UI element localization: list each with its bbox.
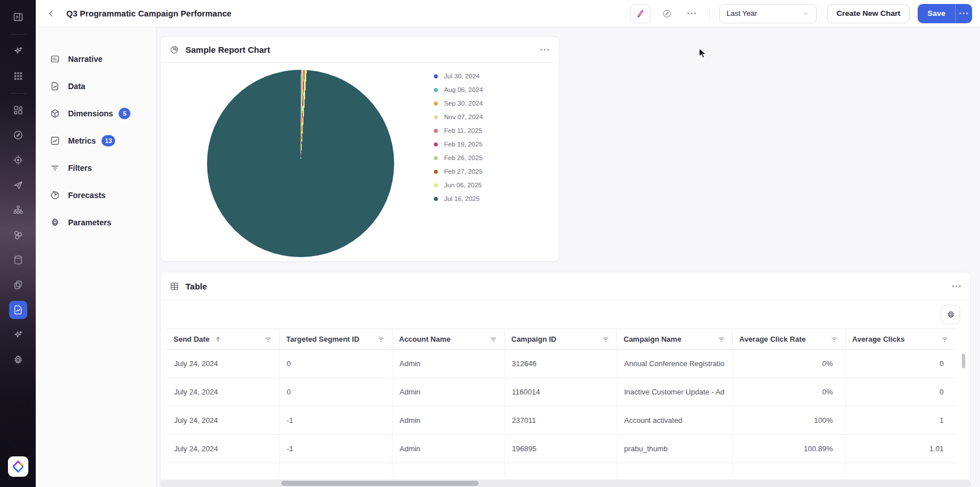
send-icon[interactable] <box>9 176 27 194</box>
legend-item[interactable]: Jul 16, 2025 <box>434 192 483 205</box>
column-header-average-click-rate[interactable]: Average Click Rate <box>732 329 845 350</box>
save-button[interactable]: Save <box>918 4 955 23</box>
table-row[interactable]: July 24, 2024 -1 Admin 196895 prabu_thum… <box>167 435 956 463</box>
time-range-select[interactable]: Last Year <box>719 4 817 23</box>
column-header-average-clicks[interactable]: Average Clicks <box>845 329 956 350</box>
save-more-button[interactable] <box>955 4 972 23</box>
legend-item[interactable]: Jul 30, 2024 <box>434 69 483 83</box>
sidebar-item-forecasts[interactable]: Forecasts <box>36 182 156 209</box>
legend-dot <box>434 170 438 174</box>
filter-icon[interactable] <box>830 335 838 343</box>
header-more-icon[interactable] <box>683 5 700 22</box>
legend-item[interactable]: Aug 06, 2024 <box>434 83 483 96</box>
back-button[interactable] <box>43 5 60 22</box>
brand-logo[interactable] <box>8 456 28 477</box>
legend-item[interactable]: Feb 19, 2025 <box>434 137 483 151</box>
legend-dot <box>434 102 438 106</box>
database-icon[interactable] <box>9 251 27 269</box>
settings-icon[interactable] <box>9 351 27 369</box>
pie-chart[interactable] <box>207 70 394 257</box>
rail-divider <box>10 93 27 94</box>
dashboard-blocks-icon[interactable] <box>9 101 27 119</box>
legend-label: Feb 19, 2025 <box>444 141 483 148</box>
chart-more-icon[interactable] <box>539 49 550 51</box>
filter-icon[interactable] <box>717 335 725 343</box>
table-card-title: Table <box>185 282 207 291</box>
table-row[interactable]: July 24, 2024 0 Admin 1160014 Inactive C… <box>167 378 956 406</box>
legend-dot <box>434 156 438 160</box>
table-more-icon[interactable] <box>951 286 961 287</box>
filter-icon[interactable] <box>377 335 385 343</box>
cell-campaign-id: 312646 <box>504 350 616 378</box>
sidebar-item-metrics[interactable]: Metrics 13 <box>36 127 156 154</box>
sidebar-item-narrative[interactable]: Narrative <box>36 45 156 73</box>
cell-campaign-name: Inactive Customer Update - Ad <box>616 378 732 406</box>
table-vertical-scrollbar[interactable] <box>962 354 965 368</box>
icon-rail <box>0 0 36 487</box>
report-canvas: Sample Report Chart Jul 30, 2024 Aug 06,… <box>157 27 980 487</box>
legend-item[interactable]: Feb 11, 2025 <box>434 124 483 137</box>
metrics-count-badge: 13 <box>102 135 115 146</box>
column-label: Targeted Segment ID <box>286 335 360 343</box>
legend-item[interactable]: Jun 06, 2025 <box>434 178 483 192</box>
table-row[interactable]: July 24, 2024 0 Admin 312646 Annual Conf… <box>167 350 956 378</box>
filter-icon[interactable] <box>941 335 949 343</box>
cell-send-date: July 24, 2024 <box>167 378 279 406</box>
legend-label: Feb 26, 2025 <box>444 154 483 161</box>
explore-compass-icon[interactable] <box>658 5 675 22</box>
sidebar-item-dimensions[interactable]: Dimensions 5 <box>36 100 156 127</box>
chevron-down-icon <box>802 10 809 17</box>
ai-assist-icon[interactable] <box>9 326 27 344</box>
table-settings-button[interactable] <box>941 305 960 324</box>
table-row-partial[interactable] <box>167 463 956 478</box>
shapes-icon[interactable] <box>9 226 27 244</box>
table-row[interactable]: July 24, 2024 -1 Admin 237011 Account ac… <box>167 406 956 435</box>
apps-grid-icon[interactable] <box>9 67 27 85</box>
magic-pen-button[interactable] <box>630 4 650 23</box>
column-header-targeted-segment-id[interactable]: Targeted Segment ID <box>279 329 392 350</box>
chart-card-header: Sample Report Chart <box>160 37 559 63</box>
panel-toggle-icon[interactable] <box>9 8 27 26</box>
cell-average-clicks: 0 <box>845 378 956 406</box>
sidebar-item-parameters[interactable]: Parameters <box>36 209 156 236</box>
hierarchy-icon[interactable] <box>9 201 27 219</box>
column-header-account-name[interactable]: Account Name <box>392 329 504 350</box>
ai-sparkles-icon[interactable] <box>9 42 27 60</box>
legend-label: Jun 06, 2025 <box>444 182 482 188</box>
column-label: Account Name <box>399 335 451 343</box>
legend-item[interactable]: Sep 30, 2024 <box>434 96 483 110</box>
data-table: Send Date Targeted Segment ID Account Na… <box>167 329 956 478</box>
cell-targeted-segment-id: -1 <box>279 435 392 463</box>
layers-icon[interactable] <box>9 276 27 294</box>
horizontal-scrollbar-thumb[interactable] <box>281 481 479 486</box>
create-new-chart-button[interactable]: Create New Chart <box>827 4 910 23</box>
column-header-campaign-name[interactable]: Campaign Name <box>616 329 732 350</box>
sidebar-item-data[interactable]: Data <box>36 73 156 100</box>
target-icon[interactable] <box>9 151 27 169</box>
column-header-campaign-id[interactable]: Campaign ID <box>504 329 616 350</box>
cell-campaign-id: 1160014 <box>504 378 616 406</box>
filter-icon[interactable] <box>602 335 610 343</box>
page-title: Q3 Programmatic Campaign Performance <box>66 9 231 18</box>
table-card-header: Table <box>160 272 970 300</box>
sidebar-item-label: Narrative <box>68 54 103 64</box>
sort-asc-icon[interactable] <box>214 335 222 343</box>
filter-icon[interactable] <box>489 335 497 343</box>
legend-label: Nov 07, 2024 <box>444 114 483 120</box>
sidebar-item-filters[interactable]: Filters <box>36 154 156 182</box>
column-header-send-date[interactable]: Send Date <box>167 329 279 350</box>
column-label: Average Clicks <box>852 335 905 343</box>
compass-icon[interactable] <box>9 126 27 144</box>
table-horizontal-scrollbar[interactable] <box>160 480 971 487</box>
report-icon[interactable] <box>9 301 27 319</box>
legend-label: Aug 06, 2024 <box>444 86 483 93</box>
legend-item[interactable]: Feb 27, 2025 <box>434 165 483 178</box>
filter-icon[interactable] <box>264 335 272 343</box>
legend-item[interactable]: Nov 07, 2024 <box>434 110 483 124</box>
topbar-divider <box>709 7 710 20</box>
cell-average-click-rate: 0% <box>732 378 845 406</box>
parameters-icon <box>50 217 60 228</box>
legend-item[interactable]: Feb 26, 2025 <box>434 151 483 165</box>
pie-chart-area: Jul 30, 2024 Aug 06, 2024 Sep 30, 2024 N… <box>160 63 559 262</box>
cell-targeted-segment-id: 0 <box>279 378 392 406</box>
